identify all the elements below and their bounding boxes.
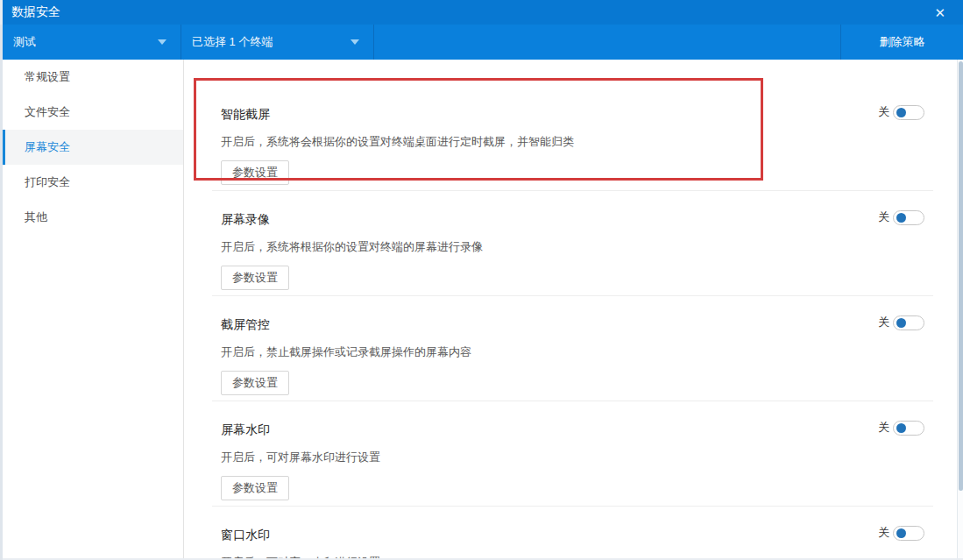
- sidebar-item-file-security[interactable]: 文件安全: [3, 95, 183, 130]
- toggle-knob: [896, 528, 906, 538]
- setting-description: 开启后，系统将根据你的设置对终端的屏幕进行录像: [221, 239, 924, 255]
- setting-description: 开启后，系统将会根据你的设置对终端桌面进行定时截屏，并智能归类: [221, 134, 924, 150]
- toggle-knob: [896, 423, 906, 433]
- policy-dropdown[interactable]: 测试: [3, 25, 181, 60]
- toggle-state-label: 关: [878, 315, 889, 330]
- settings-panel: 智能截屏 开启后，系统将会根据你的设置对终端桌面进行定时截屏，并智能归类 参数设…: [184, 60, 963, 558]
- setting-title: 屏幕录像: [221, 212, 924, 228]
- toggle-screen-watermark: 关: [878, 420, 924, 436]
- setting-row-screen-watermark: 屏幕水印 开启后，可对屏幕水印进行设置 参数设置 关: [212, 401, 933, 507]
- toggle-switch[interactable]: [893, 421, 924, 436]
- toggle-knob: [896, 213, 906, 223]
- toggle-state-label: 关: [878, 104, 889, 120]
- data-security-modal: 数据安全 ✕ 测试 已选择 1 个终端 删除策略 常规设置 文件安全 屏幕安全 …: [3, 0, 963, 558]
- setting-row-smart-screenshot: 智能截屏 开启后，系统将会根据你的设置对终端桌面进行定时截屏，并智能归类 参数设…: [212, 86, 933, 191]
- modal-title: 数据安全: [11, 4, 60, 20]
- toggle-smart-screenshot: 关: [878, 104, 924, 120]
- sidebar-item-screen-security[interactable]: 屏幕安全: [3, 130, 183, 165]
- terminal-dropdown-value: 已选择 1 个终端: [192, 34, 273, 50]
- policy-toolbar: 测试 已选择 1 个终端 删除策略: [3, 25, 963, 60]
- modal-titlebar: 数据安全 ✕: [3, 0, 963, 25]
- toggle-state-label: 关: [878, 420, 889, 436]
- setting-title: 智能截屏: [221, 107, 924, 123]
- sidebar-item-general[interactable]: 常规设置: [3, 60, 183, 95]
- param-settings-button[interactable]: 参数设置: [221, 266, 289, 290]
- setting-description: 开启后，可对屏幕水印进行设置: [221, 450, 924, 465]
- delete-policy-button[interactable]: 删除策略: [840, 25, 963, 60]
- close-icon[interactable]: ✕: [931, 4, 949, 21]
- toggle-screenshot-control: 关: [878, 315, 924, 330]
- sidebar-item-print-security[interactable]: 打印安全: [3, 165, 183, 200]
- chevron-down-icon: [158, 39, 166, 45]
- setting-description: 开启后，禁止截屏操作或记录截屏操作的屏幕内容: [221, 344, 924, 360]
- sidebar-item-other[interactable]: 其他: [3, 200, 183, 235]
- param-settings-button[interactable]: 参数设置: [221, 476, 289, 500]
- terminal-dropdown[interactable]: 已选择 1 个终端: [181, 25, 374, 60]
- setting-title: 窗口水印: [221, 528, 924, 543]
- toggle-switch[interactable]: [893, 210, 924, 225]
- setting-row-screen-recording: 屏幕录像 开启后，系统将根据你的设置对终端的屏幕进行录像 参数设置 关: [212, 191, 933, 296]
- toggle-state-label: 关: [878, 209, 889, 225]
- toggle-state-label: 关: [878, 525, 889, 541]
- setting-row-window-watermark: 窗口水印 开启后，可对窗口水印进行设置 参数设置 关: [212, 507, 933, 558]
- modal-body: 常规设置 文件安全 屏幕安全 打印安全 其他 智能截屏 开启后，系统将会根据你的…: [3, 60, 963, 558]
- param-settings-button[interactable]: 参数设置: [221, 160, 289, 185]
- toolbar-spacer: [374, 25, 840, 60]
- scrollbar-thumb[interactable]: [959, 61, 963, 491]
- toggle-switch[interactable]: [893, 105, 924, 120]
- setting-title: 截屏管控: [221, 317, 924, 333]
- toggle-knob: [896, 318, 906, 328]
- toggle-screen-recording: 关: [878, 209, 924, 225]
- param-settings-button[interactable]: 参数设置: [221, 371, 289, 395]
- toggle-window-watermark: 关: [878, 525, 924, 541]
- toggle-switch[interactable]: [893, 526, 924, 541]
- setting-description: 开启后，可对窗口水印进行设置: [221, 555, 924, 558]
- vertical-scrollbar: [957, 60, 963, 558]
- settings-sidebar: 常规设置 文件安全 屏幕安全 打印安全 其他: [3, 60, 184, 558]
- toggle-switch[interactable]: [893, 315, 924, 330]
- chevron-down-icon: [351, 39, 359, 45]
- policy-dropdown-value: 测试: [13, 34, 36, 50]
- toggle-knob: [896, 108, 906, 117]
- setting-row-screenshot-control: 截屏管控 开启后，禁止截屏操作或记录截屏操作的屏幕内容 参数设置 关: [212, 296, 933, 401]
- setting-title: 屏幕水印: [221, 422, 924, 438]
